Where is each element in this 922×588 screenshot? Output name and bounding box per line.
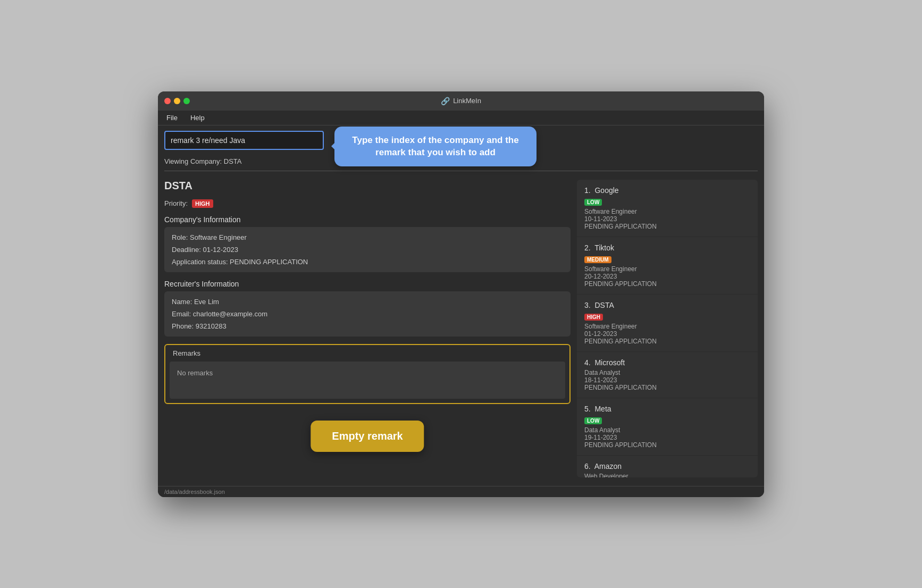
company-info-title: Company's Information	[164, 215, 571, 224]
list-item[interactable]: 4. Microsoft Data Analyst 18-11-2023 PEN…	[577, 352, 758, 398]
command-input-wrapper: Type the index of the company and the re…	[164, 131, 324, 150]
priority-badge: HIGH	[192, 199, 213, 208]
close-button[interactable]	[164, 98, 171, 104]
empty-remark-popup: Empty remark	[311, 421, 424, 452]
traffic-lights	[164, 98, 190, 104]
company-info-section: Company's Information Role: Software Eng…	[164, 215, 571, 272]
company-list-name: 6. Amazon	[584, 462, 750, 471]
company-list-status: PENDING APPLICATION	[584, 223, 750, 230]
recruiter-info-title: Recruiter's Information	[164, 280, 571, 288]
company-list-name: 5. Meta	[584, 405, 750, 413]
company-info-box: Role: Software Engineer Deadline: 01-12-…	[164, 227, 571, 272]
main-content: DSTA Priority: HIGH Company's Informatio…	[158, 171, 764, 486]
company-list-status: PENDING APPLICATION	[584, 280, 750, 288]
company-list-role: Software Engineer	[584, 208, 750, 215]
company-list-date: 20-12-2023	[584, 273, 750, 280]
status-path: /data/addressbook.json	[164, 489, 225, 495]
tooltip-text: Type the index of the company and the re…	[352, 135, 518, 158]
list-item[interactable]: 1. Google LOW Software Engineer 10-11-20…	[577, 180, 758, 237]
tooltip-bubble: Type the index of the company and the re…	[334, 127, 537, 167]
title-label: LinkMeIn	[453, 97, 481, 105]
company-list-name: 3. DSTA	[584, 301, 750, 309]
menu-file[interactable]: File	[164, 113, 180, 123]
company-list-role: Web Developer	[584, 473, 750, 477]
remarks-text: No remarks	[177, 369, 213, 377]
company-list-panel[interactable]: 1. Google LOW Software Engineer 10-11-20…	[577, 180, 758, 477]
command-input[interactable]	[164, 131, 324, 150]
minimize-button[interactable]	[174, 98, 180, 104]
priority-row: Priority: HIGH	[164, 199, 571, 208]
company-list-role: Software Engineer	[584, 323, 750, 330]
list-item[interactable]: 2. Tiktok MEDIUM Software Engineer 20-12…	[577, 237, 758, 295]
company-list-role: Data Analyst	[584, 426, 750, 434]
company-list-name: 1. Google	[584, 186, 750, 195]
empty-remark-label: Empty remark	[332, 430, 403, 442]
remarks-section: Remarks No remarks	[164, 344, 571, 404]
company-list-priority-badge: MEDIUM	[584, 256, 611, 263]
status-bar: /data/addressbook.json	[158, 486, 764, 497]
recruiter-name: Name: Eve Lim	[172, 298, 563, 306]
recruiter-info-box: Name: Eve Lim Email: charlotte@example.c…	[164, 291, 571, 337]
title-icon: 🔗	[441, 97, 450, 105]
company-list-date: 19-11-2023	[584, 434, 750, 441]
list-item[interactable]: 5. Meta LOW Data Analyst 19-11-2023 PEND…	[577, 398, 758, 456]
company-list-status: PENDING APPLICATION	[584, 338, 750, 345]
menu-help[interactable]: Help	[188, 113, 207, 123]
company-list-priority-badge: LOW	[584, 199, 602, 206]
company-list-name: 4. Microsoft	[584, 358, 750, 367]
company-list-status: PENDING APPLICATION	[584, 384, 750, 391]
company-list-date: 18-11-2023	[584, 376, 750, 384]
remarks-header: Remarks	[165, 345, 569, 362]
company-role: Role: Software Engineer	[172, 233, 563, 241]
priority-label: Priority:	[164, 199, 188, 207]
list-item[interactable]: 3. DSTA HIGH Software Engineer 01-12-202…	[577, 295, 758, 352]
company-list-priority-badge: LOW	[584, 417, 602, 424]
company-deadline: Deadline: 01-12-2023	[172, 246, 563, 254]
company-name: DSTA	[164, 180, 571, 192]
command-area: Type the index of the company and the re…	[158, 125, 764, 154]
company-list-name: 2. Tiktok	[584, 243, 750, 252]
company-app-status: Application status: PENDING APPLICATION	[172, 258, 563, 266]
remarks-content-box: No remarks	[170, 362, 565, 399]
title-bar: 🔗 LinkMeIn	[158, 91, 764, 111]
maximize-button[interactable]	[183, 98, 190, 104]
left-panel: DSTA Priority: HIGH Company's Informatio…	[164, 180, 571, 477]
main-window: 🔗 LinkMeIn File Help Type the index of t…	[158, 91, 764, 497]
company-list-date: 10-11-2023	[584, 215, 750, 223]
list-item[interactable]: 6. Amazon Web Developer 20-11-2023 PENDI…	[577, 456, 758, 477]
menu-bar: File Help	[158, 111, 764, 125]
window-title: 🔗 LinkMeIn	[441, 97, 481, 105]
company-list-role: Software Engineer	[584, 265, 750, 273]
company-list-priority-badge: HIGH	[584, 314, 603, 321]
recruiter-info-section: Recruiter's Information Name: Eve Lim Em…	[164, 280, 571, 337]
recruiter-phone: Phone: 93210283	[172, 322, 563, 330]
company-list-role: Data Analyst	[584, 369, 750, 376]
company-list-status: PENDING APPLICATION	[584, 441, 750, 449]
company-list-date: 01-12-2023	[584, 330, 750, 338]
recruiter-email: Email: charlotte@example.com	[172, 310, 563, 318]
